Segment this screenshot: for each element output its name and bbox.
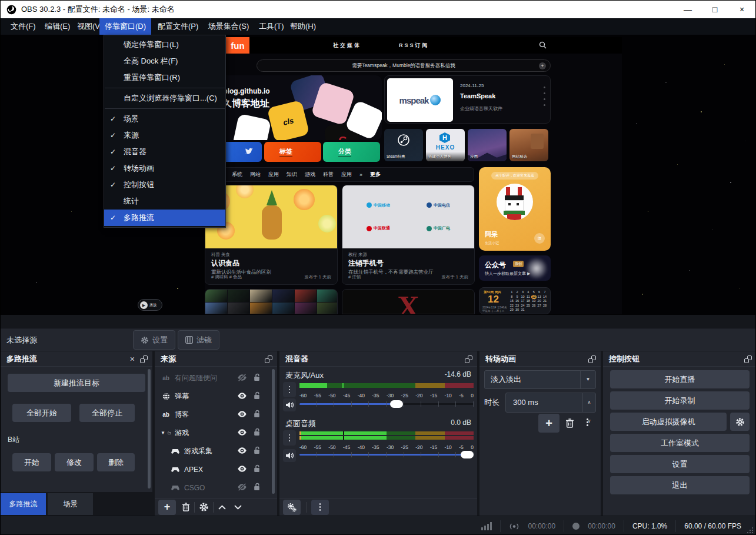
mixer-menu-button[interactable] (311, 500, 329, 515)
exit-button[interactable]: 退出 (610, 476, 750, 494)
volume-slider[interactable] (299, 400, 474, 408)
text-source-icon: ab (161, 411, 171, 418)
source-item-3[interactable]: ▼游戏 (155, 424, 271, 442)
source-item-1[interactable]: 弹幕 (155, 387, 271, 406)
stop-all-button[interactable]: 全部停止 (79, 404, 135, 422)
source-filters-button[interactable]: 滤镜 (178, 330, 219, 350)
dock-menu-item-1[interactable]: 全高 Dock 栏(F) (104, 53, 225, 69)
move-up-icon[interactable] (218, 504, 227, 510)
dock-menu-item-2[interactable]: 重置停靠窗口(R) (104, 69, 225, 86)
source-item-2[interactable]: ab博客 (155, 406, 271, 424)
teamspeak-title: TeamSpeak (460, 92, 495, 99)
dock-menu-item-0[interactable]: 锁定停靠窗口(L) (104, 36, 225, 53)
spin-down-icon[interactable]: ∨ (583, 412, 595, 431)
stream-edit-button[interactable]: 修改 (55, 453, 94, 471)
popout-icon[interactable] (465, 355, 472, 363)
close-button[interactable]: × (728, 1, 755, 18)
dock-mixer: 混音器 麦克风/Aux-14.6 dB-60-55-50-45-40-35-30… (279, 351, 477, 516)
add-source-button[interactable]: + (158, 500, 176, 515)
dock-menu-item-9[interactable]: ✓转场动画 (104, 160, 225, 177)
lock-icon[interactable] (254, 483, 261, 493)
popout-icon[interactable] (265, 355, 272, 363)
source-item-5[interactable]: APEX (155, 460, 271, 478)
dock-menu-item-10[interactable]: ✓控制按钮 (104, 177, 225, 193)
title-bar[interactable]: OBS 30.2.3 - 配置文件: 未命名 - 场景: 未命名 — □ × (1, 1, 755, 18)
scrollbar[interactable] (272, 369, 275, 494)
dock-menu-item-6[interactable]: ✓场景 (104, 111, 225, 127)
scrollbar[interactable] (148, 369, 151, 489)
site-logo: fun (226, 37, 249, 54)
source-properties-button[interactable]: 设置 (133, 330, 175, 350)
visibility-eye-icon[interactable] (237, 410, 247, 420)
site-category-link: 系统 (232, 171, 242, 178)
popout-icon[interactable] (140, 355, 148, 363)
stream-start-button[interactable]: 开始 (12, 453, 51, 471)
visibility-eye-icon[interactable] (237, 391, 247, 402)
virtual-camera-config-button[interactable] (730, 413, 750, 431)
channel-menu-button[interactable] (283, 382, 296, 397)
settings-button[interactable]: 设置 (610, 455, 750, 473)
volume-slider[interactable] (299, 450, 474, 458)
resize-grip[interactable] (747, 527, 753, 533)
new-stream-target-button[interactable]: 新建推流目标 (8, 374, 145, 392)
speaker-mute-button[interactable] (283, 398, 296, 411)
transition-menu-icon[interactable] (587, 418, 588, 426)
menu-item-7[interactable]: 帮助(H) (285, 18, 321, 35)
duration-spinbox[interactable]: 300 ms ∧ ∨ (505, 393, 596, 413)
menu-item-4[interactable]: 配置文件(P) (152, 18, 204, 35)
menu-item-3[interactable]: 停靠窗口(D) (99, 18, 151, 35)
speaker-mute-button[interactable] (283, 449, 296, 462)
minimize-button[interactable]: — (674, 1, 701, 18)
visibility-eye-slash-icon[interactable] (237, 483, 247, 493)
lock-icon[interactable] (254, 446, 261, 457)
source-label: 博客 (175, 410, 189, 420)
remove-transition-button trash-icon[interactable] (565, 418, 574, 428)
maximize-button[interactable]: □ (701, 1, 728, 18)
tab-scenes[interactable]: 场景 (48, 493, 93, 515)
dock-menu-item-4[interactable]: 自定义浏览器停靠窗口...(C) (104, 90, 225, 107)
lock-icon[interactable] (254, 428, 261, 438)
dock-menu-item-7[interactable]: ✓来源 (104, 127, 225, 144)
menu-item-1[interactable]: 编辑(E) (39, 18, 75, 35)
source-properties-gear-icon[interactable] (199, 502, 209, 512)
add-transition-button[interactable]: + (538, 414, 559, 433)
dock-menu-item-8[interactable]: ✓混音器 (104, 144, 225, 160)
visibility-eye-icon[interactable] (237, 428, 247, 438)
menu-item-6[interactable]: 工具(T) (254, 18, 289, 35)
source-item-0[interactable]: ab有问题随便问 (155, 369, 271, 387)
source-item-4[interactable]: 游戏采集 (155, 442, 271, 460)
menu-item-0[interactable]: 文件(F) (5, 18, 41, 35)
play-icon[interactable]: ▶ (140, 301, 148, 309)
site-card-hexo: H HEXO 搭建个人博客 (426, 129, 465, 161)
channel-menu-button[interactable] (283, 430, 296, 446)
lock-icon[interactable] (254, 373, 261, 384)
remove-source-button trash-icon[interactable] (182, 503, 190, 511)
menu-item-5[interactable]: 场景集合(S) (203, 18, 254, 35)
lock-icon[interactable] (254, 464, 261, 475)
transition-select[interactable]: 淡入淡出 ▼ (484, 370, 596, 389)
visibility-eye-slash-icon[interactable] (237, 373, 247, 384)
lock-icon[interactable] (254, 410, 261, 420)
dock-menu-item-12[interactable]: ✓多路推流 (104, 210, 225, 226)
mini-player-pill[interactable]: ▶ 播放 (138, 299, 162, 311)
slider-handle[interactable] (390, 400, 403, 408)
popout-icon[interactable] (588, 355, 596, 363)
spin-up-icon[interactable]: ∧ (583, 393, 595, 412)
source-item-6[interactable]: CSGO (155, 478, 271, 497)
slider-handle[interactable] (461, 451, 474, 458)
start-all-button[interactable]: 全部开始 (12, 404, 71, 422)
tab-multistream[interactable]: 多路推流 (1, 493, 46, 515)
start-recording-button[interactable]: 开始录制 (610, 391, 750, 410)
move-down-icon[interactable] (234, 504, 242, 510)
dock-menu-item-11[interactable]: 统计 (104, 193, 225, 210)
start-streaming-button[interactable]: 开始直播 (610, 370, 750, 388)
advanced-audio-button[interactable] (283, 500, 301, 515)
start-virtual-camera-button[interactable]: 启动虚拟摄像机 (610, 413, 727, 431)
visibility-eye-icon[interactable] (237, 464, 247, 475)
studio-mode-button[interactable]: 工作室模式 (610, 434, 750, 452)
dock-close-icon[interactable]: × (130, 351, 135, 367)
popout-icon[interactable] (744, 355, 752, 363)
visibility-eye-icon[interactable] (237, 446, 247, 457)
lock-icon[interactable] (254, 391, 261, 402)
stream-delete-button[interactable]: 删除 (97, 453, 135, 471)
